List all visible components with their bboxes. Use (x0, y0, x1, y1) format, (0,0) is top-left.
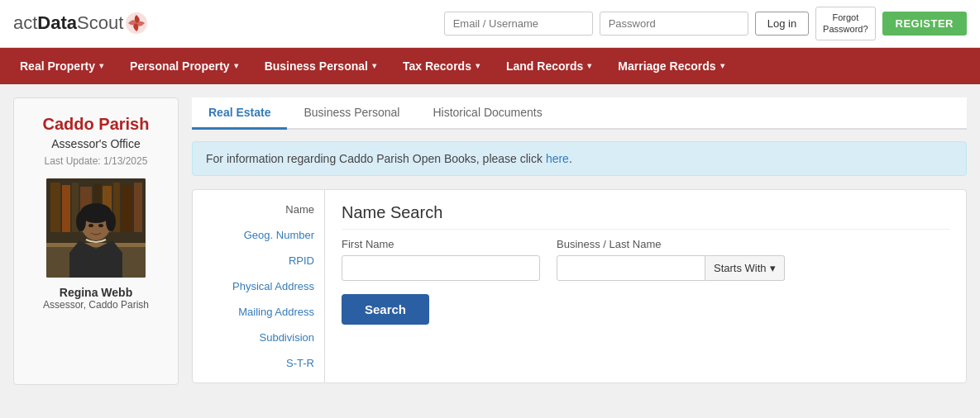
nav-real-property-caret-icon: ▾ (99, 61, 103, 70)
assessor-name: Regina Webb (60, 286, 132, 299)
nav-business-personal-caret-icon: ▾ (372, 61, 376, 70)
svg-rect-4 (62, 185, 70, 232)
assessor-role: Assessor, Caddo Parish (43, 299, 149, 311)
search-nav-mailing-address[interactable]: Mailing Address (193, 299, 324, 325)
logo-act: act (13, 12, 37, 34)
tab-historical-documents[interactable]: Historical Documents (416, 97, 558, 130)
nav-marriage-records[interactable]: Marriage Records ▾ (605, 48, 737, 84)
svg-rect-11 (134, 183, 142, 232)
svg-point-20 (88, 224, 93, 227)
name-search-form: Name Search First Name Business / Last N… (325, 190, 966, 382)
content-tabs: Real Estate Business Personal Historical… (192, 97, 967, 130)
nav-tax-records[interactable]: Tax Records ▾ (390, 48, 493, 84)
last-name-label: Business / Last Name (557, 238, 785, 250)
login-button[interactable]: Log in (755, 12, 809, 36)
last-name-input[interactable] (557, 255, 705, 281)
assessor-photo (46, 178, 146, 278)
parish-name: Caddo Parish (43, 115, 150, 134)
svg-point-18 (76, 211, 86, 231)
search-nav-name[interactable]: Name (193, 197, 324, 222)
search-nav-rpid[interactable]: RPID (193, 248, 324, 273)
search-nav-subdivision[interactable]: Subdivision (193, 325, 324, 350)
search-nav-str[interactable]: S-T-R (193, 350, 324, 376)
search-form-title: Name Search (342, 203, 949, 230)
last-update: Last Update: 1/13/2025 (45, 155, 148, 167)
nav-land-records[interactable]: Land Records ▾ (493, 48, 605, 84)
first-name-label: First Name (342, 238, 540, 250)
first-name-input[interactable] (342, 255, 540, 281)
office-name: Assessor's Office (51, 137, 140, 150)
nav-marriage-records-caret-icon: ▾ (720, 61, 724, 70)
nav-personal-property[interactable]: Personal Property ▾ (117, 48, 251, 84)
search-nav-list: Name Geog. Number RPID Physical Address … (193, 190, 325, 382)
nav-real-property[interactable]: Real Property ▾ (7, 48, 117, 84)
logo: act Data Scout (13, 12, 148, 35)
search-button[interactable]: Search (342, 294, 429, 325)
info-text-after: . (569, 152, 572, 165)
content-area: Real Estate Business Personal Historical… (192, 97, 967, 385)
svg-point-19 (106, 211, 116, 231)
info-text-before: For information regarding Caddo Parish O… (206, 152, 546, 165)
svg-point-21 (98, 224, 103, 227)
nav-land-records-caret-icon: ▾ (587, 61, 591, 70)
logo-data: Data (37, 12, 77, 34)
nav-business-personal[interactable]: Business Personal ▾ (251, 48, 390, 84)
svg-rect-10 (122, 185, 132, 232)
search-nav-physical-address[interactable]: Physical Address (193, 273, 324, 299)
forgot-password-button[interactable]: ForgotPassword? (815, 7, 875, 40)
info-link[interactable]: here (546, 152, 569, 165)
starts-with-select[interactable]: Starts With ▾ (705, 255, 785, 281)
sidebar: Caddo Parish Assessor's Office Last Upda… (13, 97, 179, 385)
svg-rect-3 (50, 183, 60, 232)
password-input[interactable] (600, 12, 748, 36)
logo-scout: Scout (77, 12, 123, 34)
main-content: Caddo Parish Assessor's Office Last Upda… (0, 84, 980, 398)
svg-rect-13 (46, 243, 146, 247)
main-navbar: Real Property ▾ Personal Property ▾ Busi… (0, 48, 980, 84)
nav-tax-records-caret-icon: ▾ (476, 61, 480, 70)
search-nav-geog-number[interactable]: Geog. Number (193, 222, 324, 248)
last-name-with-select: Starts With ▾ (557, 255, 785, 281)
nav-personal-property-caret-icon: ▾ (234, 61, 238, 70)
first-name-group: First Name (342, 238, 540, 281)
info-banner: For information regarding Caddo Parish O… (192, 141, 967, 176)
search-form-row: First Name Business / Last Name Starts W… (342, 238, 949, 281)
header: act Data Scout Log in ForgotPassword? RE… (0, 0, 980, 48)
search-panel: Name Geog. Number RPID Physical Address … (192, 189, 967, 383)
starts-with-caret-icon: ▾ (770, 262, 776, 274)
tab-business-personal[interactable]: Business Personal (287, 97, 416, 130)
logo-pinwheel-icon (125, 12, 148, 35)
register-button[interactable]: REGISTER (882, 12, 967, 36)
tab-real-estate[interactable]: Real Estate (192, 97, 287, 130)
last-name-group: Business / Last Name Starts With ▾ (557, 238, 785, 281)
header-auth-area: Log in ForgotPassword? REGISTER (444, 7, 967, 40)
email-input[interactable] (444, 12, 593, 36)
